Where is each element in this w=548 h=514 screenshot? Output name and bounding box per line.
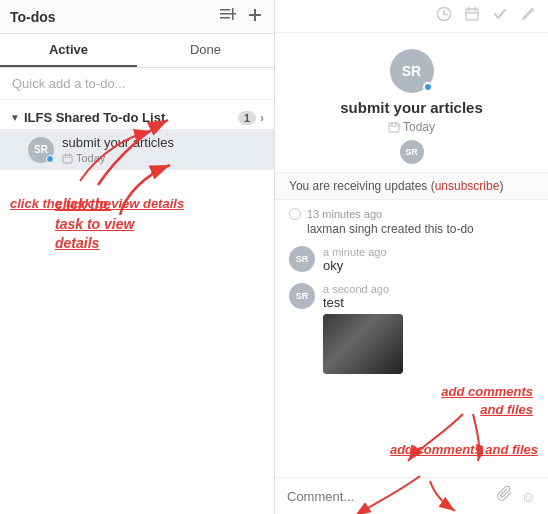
- left-annotation-area: click the task to view details: [0, 176, 274, 514]
- task-detail-title: submit your articles: [340, 99, 483, 116]
- task-due: Today: [62, 152, 264, 164]
- left-panel: To-dos: [0, 0, 275, 514]
- comment-entry-2: SR a second ago test: [289, 283, 534, 374]
- attachment-icon[interactable]: [497, 486, 513, 506]
- list-icon: [220, 8, 236, 22]
- comment-time-1: a minute ago: [323, 246, 534, 258]
- comment-entry-system: 13 minutes ago laxman singh created this…: [289, 208, 534, 236]
- list-header: ▼ ILFS Shared To-do List 1 ›: [0, 106, 274, 129]
- list-count-badge: 1: [238, 111, 256, 125]
- comment-image: [323, 314, 403, 374]
- check-icon[interactable]: [492, 6, 508, 26]
- comment-avatar-1: SR: [289, 246, 315, 272]
- list-title: ILFS Shared To-do List: [24, 110, 238, 125]
- assignee-avatar: SR: [400, 140, 424, 164]
- comment-circle-icon: [289, 208, 301, 220]
- edit-icon[interactable]: [520, 6, 536, 26]
- assignee-avatars: SR: [400, 140, 424, 164]
- quick-add-input[interactable]: Quick add a to-do...: [0, 68, 274, 100]
- svg-rect-10: [63, 157, 72, 158]
- task-detail-due: Today: [388, 120, 435, 134]
- comment-text-2: test: [323, 295, 534, 310]
- task-title: submit your articles: [62, 135, 264, 150]
- svg-rect-6: [249, 14, 261, 16]
- svg-rect-9: [69, 153, 70, 156]
- right-panel: SR submit your articles Today SR Yo: [275, 0, 548, 514]
- task-info: submit your articles Today: [62, 135, 264, 164]
- comment-entry-1: SR a minute ago oky: [289, 246, 534, 273]
- comment-image-inner: [323, 314, 403, 374]
- plus-icon: [248, 8, 262, 22]
- comment-avatar-2: SR: [289, 283, 315, 309]
- svg-rect-4: [230, 13, 236, 15]
- calendar-icon[interactable]: [464, 6, 480, 26]
- comment-text-1: oky: [323, 258, 534, 273]
- comment-input-bar: ☺: [275, 477, 548, 514]
- task-detail-header: SR submit your articles Today SR: [275, 33, 548, 173]
- calendar-icon-small: [62, 153, 73, 164]
- task-avatar: SR: [28, 137, 54, 163]
- tab-done[interactable]: Done: [137, 34, 274, 67]
- right-toolbar: [275, 0, 548, 33]
- list-expand-icon[interactable]: ›: [260, 111, 264, 125]
- header-icons: [218, 6, 264, 27]
- svg-rect-7: [63, 155, 72, 163]
- comment-row-1: SR a minute ago oky: [289, 246, 534, 273]
- system-comment-text: laxman singh created this to-do: [289, 222, 534, 236]
- list-section: ▼ ILFS Shared To-do List 1 › SR submit y…: [0, 100, 274, 176]
- emoji-icon[interactable]: ☺: [521, 488, 536, 505]
- tab-bar: Active Done: [0, 34, 274, 68]
- task-detail-avatar: SR: [390, 49, 434, 93]
- comment-row-2: SR a second ago test: [289, 283, 534, 374]
- svg-rect-1: [220, 13, 230, 15]
- comment-input[interactable]: [287, 489, 489, 504]
- task-item[interactable]: SR submit your articles Today: [0, 129, 274, 170]
- left-panel-title: To-dos: [10, 9, 56, 25]
- list-collapse-arrow[interactable]: ▼: [10, 112, 20, 123]
- unsubscribe-link[interactable]: unsubscribe: [435, 179, 500, 193]
- clock-icon[interactable]: [436, 6, 452, 26]
- svg-rect-20: [389, 123, 399, 132]
- comment-time-2: a second ago: [323, 283, 534, 295]
- detail-avatar-dot: [423, 82, 433, 92]
- annotation-click-task: click the task to view details: [10, 196, 184, 213]
- svg-rect-15: [466, 9, 478, 20]
- comments-section: 13 minutes ago laxman singh created this…: [275, 200, 548, 477]
- comment-body-2: a second ago test: [323, 283, 534, 374]
- comment-body-1: a minute ago oky: [323, 246, 534, 273]
- svg-rect-8: [65, 153, 66, 156]
- updates-bar: You are receiving updates (unsubscribe): [275, 173, 548, 200]
- left-panel-header: To-dos: [0, 0, 274, 34]
- tab-active[interactable]: Active: [0, 34, 137, 67]
- add-icon-button[interactable]: [246, 6, 264, 27]
- avatar-dot: [46, 155, 54, 163]
- comment-meta-system: 13 minutes ago: [289, 208, 534, 220]
- svg-rect-2: [220, 17, 230, 19]
- list-icon-button[interactable]: [218, 6, 238, 27]
- calendar-icon-detail: [388, 121, 400, 133]
- svg-rect-0: [220, 9, 230, 11]
- comment-icons: ☺: [497, 486, 536, 506]
